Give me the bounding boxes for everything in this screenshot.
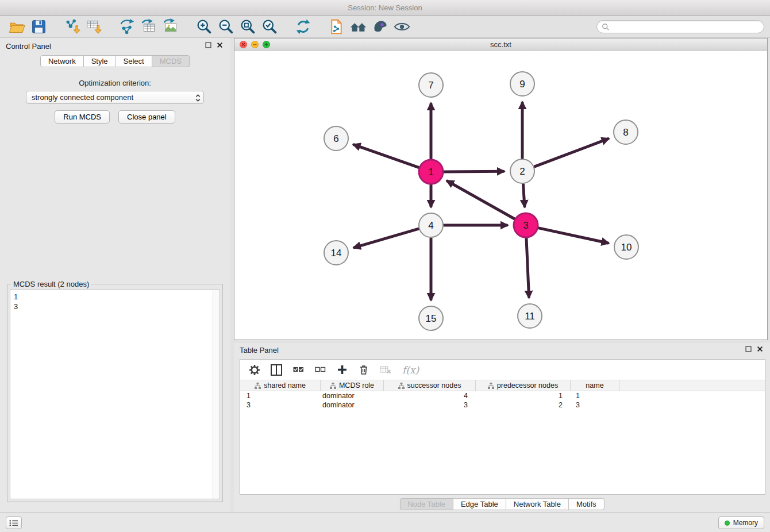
- show-hide-button[interactable]: [391, 17, 413, 37]
- node-1[interactable]: 1: [419, 160, 443, 184]
- table-cell[interactable]: 1: [240, 391, 321, 400]
- deselect-all-button[interactable]: [311, 362, 329, 378]
- zoom-window-icon[interactable]: [263, 41, 270, 48]
- tab-select[interactable]: Select: [116, 55, 152, 67]
- tab-motifs[interactable]: Motifs: [569, 498, 605, 510]
- column-header-successor-nodes[interactable]: successor nodes: [384, 380, 476, 391]
- edge-3-1[interactable]: [448, 181, 514, 219]
- node-15[interactable]: 15: [419, 306, 443, 330]
- delete-column-button[interactable]: [377, 362, 394, 378]
- svg-text:10: 10: [621, 242, 632, 253]
- open-session-button[interactable]: [6, 17, 28, 37]
- edge-2-8[interactable]: [535, 139, 609, 167]
- node-2[interactable]: 2: [510, 159, 534, 183]
- tab-node-table[interactable]: Node Table: [399, 498, 453, 510]
- node-11[interactable]: 11: [518, 304, 542, 328]
- style-palette-button[interactable]: [369, 17, 391, 37]
- export-image-button[interactable]: [160, 17, 182, 37]
- delete-rows-button[interactable]: [355, 362, 372, 378]
- table-cell[interactable]: dominator: [321, 400, 384, 410]
- refresh-layout-button[interactable]: [292, 17, 314, 37]
- zoom-in-button[interactable]: [193, 17, 215, 37]
- tab-mcds[interactable]: MCDS: [152, 55, 190, 67]
- run-mcds-button[interactable]: Run MCDS: [55, 110, 110, 124]
- node-3[interactable]: 3: [514, 213, 538, 237]
- node-8[interactable]: 8: [614, 120, 638, 144]
- column-header-shared-name[interactable]: shared name: [240, 380, 321, 391]
- zoom-in-icon: [196, 18, 213, 35]
- new-network-button[interactable]: [116, 17, 138, 37]
- table-cell[interactable]: 1: [476, 391, 571, 400]
- function-builder-button[interactable]: f(x): [402, 364, 419, 376]
- zoom-out-button[interactable]: [215, 17, 237, 37]
- add-column-button[interactable]: [333, 362, 351, 378]
- svg-text:7: 7: [428, 80, 433, 91]
- tab-style[interactable]: Style: [84, 55, 116, 67]
- new-table-button[interactable]: [138, 17, 160, 37]
- table-cell[interactable]: 3: [571, 400, 619, 410]
- search-input[interactable]: [613, 22, 759, 31]
- close-window-icon[interactable]: [240, 41, 247, 48]
- node-6[interactable]: 6: [324, 126, 348, 151]
- node-4[interactable]: 4: [419, 213, 443, 237]
- column-header-name[interactable]: name: [571, 380, 619, 391]
- table-cell[interactable]: dominator: [321, 391, 384, 400]
- mcds-result-list[interactable]: 13: [10, 290, 220, 499]
- table-settings-button[interactable]: [246, 362, 263, 378]
- network-graph[interactable]: 7968124314101511: [234, 51, 767, 340]
- node-9[interactable]: 9: [510, 72, 534, 96]
- edge-4-14[interactable]: [355, 229, 418, 247]
- network-window-titlebar[interactable]: scc.txt: [234, 38, 767, 51]
- svg-text:14: 14: [331, 248, 342, 259]
- window-titlebar[interactable]: Session: New Session: [0, 0, 770, 16]
- close-panel-icon[interactable]: [217, 42, 223, 48]
- tab-edge-table[interactable]: Edge Table: [453, 498, 506, 510]
- table-cell[interactable]: 4: [384, 391, 476, 400]
- node-10[interactable]: 10: [614, 235, 638, 259]
- tab-network-table[interactable]: Network Table: [506, 498, 569, 510]
- node-7[interactable]: 7: [419, 73, 443, 97]
- node-14[interactable]: 14: [324, 241, 348, 265]
- close-table-panel-icon[interactable]: [757, 346, 763, 352]
- search-field[interactable]: [596, 20, 764, 33]
- zoom-fit-button[interactable]: [237, 17, 259, 37]
- table-cell[interactable]: 1: [571, 391, 619, 400]
- table-row[interactable]: 3dominator323: [240, 400, 765, 410]
- edge-3-10[interactable]: [539, 228, 608, 243]
- home-icon: [350, 18, 367, 35]
- mcds-result-box: MCDS result (2 nodes) 13: [7, 284, 223, 502]
- float-panel-icon[interactable]: [205, 42, 211, 48]
- memory-button[interactable]: Memory: [718, 516, 764, 529]
- table-cell[interactable]: 3: [240, 400, 321, 410]
- edge-1-6[interactable]: [354, 145, 418, 168]
- result-scrollbar[interactable]: [213, 290, 220, 499]
- copy-document-button[interactable]: [325, 17, 347, 37]
- save-session-button[interactable]: [28, 17, 49, 37]
- import-table-file-button[interactable]: [83, 17, 105, 37]
- session-group: [6, 17, 49, 37]
- control-panel-tabs: Network Style Select MCDS: [0, 55, 230, 67]
- task-history-button[interactable]: [6, 516, 22, 529]
- tab-network[interactable]: Network: [40, 55, 84, 67]
- column-visibility-button[interactable]: [268, 362, 285, 378]
- import-network-file-button[interactable]: [61, 17, 83, 37]
- table-header-row: shared name MCDS role successor nodes pr…: [240, 380, 765, 391]
- edge-3-11[interactable]: [526, 238, 529, 297]
- eye-icon: [394, 18, 410, 35]
- table-cell[interactable]: 2: [476, 400, 571, 410]
- column-header-mcds-role[interactable]: MCDS role: [321, 380, 384, 391]
- home-button[interactable]: [347, 17, 369, 37]
- edge-2-3[interactable]: [523, 184, 525, 206]
- table-body: 1dominator4113dominator323: [240, 391, 765, 410]
- edge-1-2[interactable]: [444, 171, 503, 172]
- close-panel-button[interactable]: Close panel: [118, 110, 175, 124]
- float-table-panel-icon[interactable]: [745, 346, 752, 352]
- select-all-button[interactable]: [290, 362, 307, 378]
- minimize-window-icon[interactable]: [251, 41, 259, 48]
- optimization-select[interactable]: strongly connected component: [26, 91, 204, 104]
- zoom-group: [193, 17, 280, 37]
- table-row[interactable]: 1dominator411: [240, 391, 765, 400]
- column-header-predecessor-nodes[interactable]: predecessor nodes: [476, 380, 571, 391]
- zoom-selected-button[interactable]: [259, 17, 280, 37]
- table-cell[interactable]: 3: [384, 400, 476, 410]
